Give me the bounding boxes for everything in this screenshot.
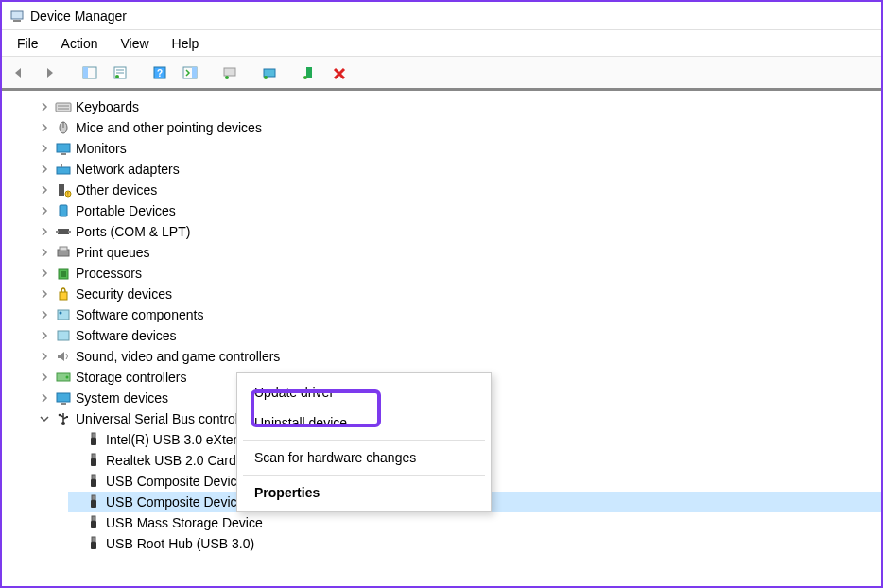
svg-rect-55 [91,438,96,445]
chevron-right-icon[interactable] [38,204,51,217]
help-button[interactable]: ? [146,60,174,86]
tree-item-label: Mice and other pointing devices [76,120,262,135]
svg-point-13 [225,76,229,79]
context-separator [243,440,485,441]
chevron-right-icon[interactable] [38,163,51,176]
context-menu: Update driver Uninstall device Scan for … [236,372,492,512]
chevron-right-icon[interactable] [38,391,51,405]
svg-rect-57 [91,458,96,466]
chevron-right-icon[interactable] [38,183,51,197]
action-pane-button[interactable] [176,60,204,86]
tree-item-label: Print queues [76,245,150,260]
tree-item-label: Monitors [76,141,127,156]
tree-item-monitors[interactable]: Monitors [38,138,881,159]
menu-action[interactable]: Action [50,32,110,55]
usbplug-icon [85,474,102,489]
chevron-right-icon[interactable] [38,371,51,384]
device-tree[interactable]: KeyboardsMice and other pointing devices… [2,91,881,582]
tree-item-label: Processors [76,266,142,281]
svg-rect-43 [58,331,69,340]
tree-item-usb-mass-storage-device[interactable]: USB Mass Storage Device [68,512,881,533]
svg-rect-34 [56,231,59,233]
tree-item-label: USB Composite Devic [106,474,237,489]
tree-item-other-devices[interactable]: !Other devices [38,180,881,200]
svg-rect-35 [68,231,71,233]
usbplug-icon [85,494,102,510]
usb-icon [55,411,72,426]
svg-rect-63 [91,521,96,528]
chevron-right-icon[interactable] [38,350,51,363]
chevron-right-icon[interactable] [38,308,51,321]
chevron-right-icon[interactable] [38,329,51,342]
chevron-right-icon[interactable] [38,100,51,113]
tree-item-label: Other devices [76,182,157,198]
uninstall-button[interactable] [325,60,354,86]
tree-item-label: Software devices [76,328,177,343]
chevron-right-icon[interactable] [38,267,51,280]
context-properties[interactable]: Properties [237,477,491,508]
properties-button[interactable] [106,60,134,86]
chevron-right-icon[interactable] [38,121,51,134]
tree-item-portable-devices[interactable]: Portable Devices [38,200,881,221]
forward-button[interactable] [36,60,64,86]
tree-item-label: Storage controllers [76,370,187,385]
chevron-right-icon[interactable] [38,287,51,301]
context-uninstall-device[interactable]: Uninstall device [237,407,491,438]
svg-rect-3 [83,67,88,78]
swcomp-icon [55,307,72,322]
chevron-right-icon[interactable] [38,225,51,238]
system-icon [55,390,72,406]
swdev-icon [55,328,72,343]
tree-item-keyboards[interactable]: Keyboards [38,96,881,117]
scan-hardware-button[interactable] [255,60,284,86]
svg-point-17 [303,76,307,79]
svg-rect-0 [11,11,23,19]
tree-item-print-queues[interactable]: Print queues [38,242,881,263]
tree-item-usb-root-hub-usb-3-0[interactable]: USB Root Hub (USB 3.0) [68,533,881,554]
tree-item-software-devices[interactable]: Software devices [38,325,881,346]
svg-rect-59 [91,479,96,487]
menu-file[interactable]: File [6,32,50,55]
chevron-right-icon[interactable] [38,142,51,155]
tree-item-processors[interactable]: Processors [38,263,881,284]
menu-help[interactable]: Help [161,32,211,55]
expander-none [68,433,81,446]
update-driver-button[interactable] [216,60,244,86]
tree-item-ports-com-lpt[interactable]: Ports (COM & LPT) [38,221,881,242]
network-icon [55,162,72,177]
back-button[interactable] [6,60,34,86]
context-scan-hardware[interactable]: Scan for hardware changes [237,442,491,473]
expander-none [68,495,81,509]
tree-item-network-adapters[interactable]: Network adapters [38,159,881,180]
svg-rect-12 [224,68,235,76]
add-device-button[interactable] [295,60,323,86]
svg-rect-20 [56,103,71,112]
other-icon: ! [55,182,72,198]
chevron-right-icon[interactable] [38,246,51,259]
tree-item-mice-and-other-pointing-devices[interactable]: Mice and other pointing devices [38,117,881,138]
svg-rect-46 [57,393,70,402]
context-update-driver[interactable]: Update driver [237,377,491,407]
menu-view[interactable]: View [109,32,160,55]
titlebar: Device Manager [2,2,881,30]
tree-item-label: Keyboards [76,99,139,114]
tree-item-label: Security devices [76,286,172,302]
tree-item-sound-video-and-game-controllers[interactable]: Sound, video and game controllers [38,346,881,367]
tree-item-security-devices[interactable]: Security devices [38,284,881,304]
monitor-icon [55,141,72,156]
tree-item-label: USB Composite Device [106,494,244,510]
tree-item-software-components[interactable]: Software components [38,304,881,325]
svg-rect-29 [59,184,64,196]
show-hide-tree-button[interactable] [76,60,104,86]
printer-icon [55,245,72,260]
svg-rect-62 [92,516,95,521]
svg-rect-25 [57,144,70,152]
svg-rect-41 [58,310,69,320]
mouse-icon [55,120,72,135]
keyboard-icon [55,99,72,114]
toolbar: ? [2,57,881,91]
svg-rect-40 [60,292,67,300]
tree-item-label: Intel(R) USB 3.0 eXten [106,432,240,447]
tree-item-label: Universal Serial Bus controllers [76,411,260,426]
chevron-down-icon[interactable] [38,412,51,425]
